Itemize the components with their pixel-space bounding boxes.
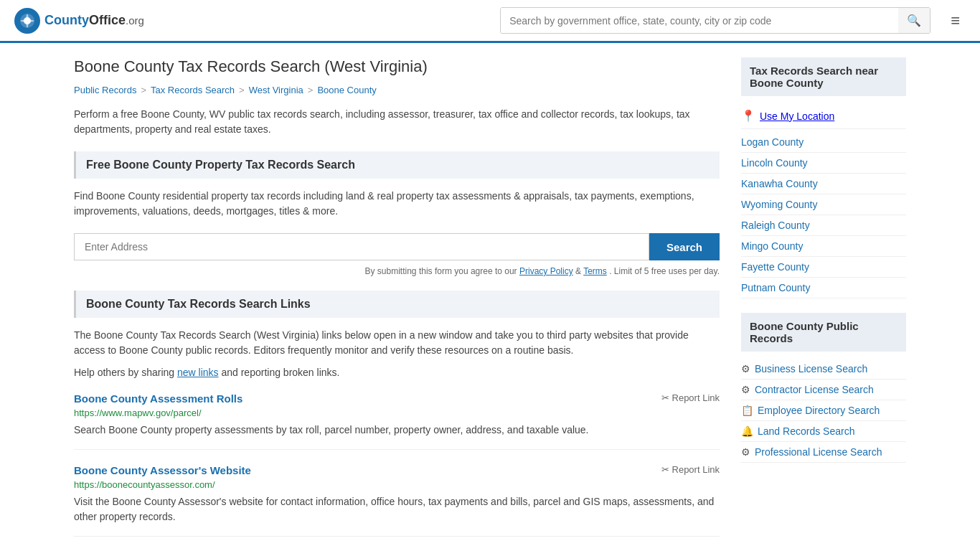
nearby-county-link-3[interactable]: Wyoming County	[741, 199, 817, 210]
nearby-counties-list: Logan County Lincoln County Kanawha Coun…	[741, 132, 906, 298]
nearby-county-2: Kanawha County	[741, 174, 906, 194]
sidebar: Tax Records Search near Boone County 📍 U…	[741, 57, 906, 551]
breadcrumb-tax-records-search[interactable]: Tax Records Search	[151, 85, 235, 95]
nearby-county-link-4[interactable]: Raleigh County	[741, 220, 810, 231]
location-icon: 📍	[741, 109, 755, 123]
book-icon-2: 📋	[741, 405, 753, 416]
new-links-link[interactable]: new links	[177, 367, 219, 378]
nearby-county-link-6[interactable]: Fayette County	[741, 261, 809, 273]
nearby-county-0: Logan County	[741, 132, 906, 153]
resource-item-0: Boone County Assessment Rolls ✂ Report L…	[74, 392, 720, 450]
breadcrumb-sep-3: >	[308, 85, 314, 95]
public-records-list: ⚙ Business License Search ⚙ Contractor L…	[741, 359, 906, 463]
gear-icon-4: ⚙	[741, 446, 750, 458]
nearby-county-link-1[interactable]: Lincoln County	[741, 157, 808, 169]
resource-title-1[interactable]: Boone County Assessor's Website	[74, 464, 251, 476]
public-record-link-3[interactable]: Land Records Search	[758, 425, 854, 437]
main-container: Boone County Tax Records Search (West Vi…	[60, 43, 920, 551]
search-icon: 🔍	[907, 14, 921, 27]
address-search-form: Search	[74, 233, 720, 260]
header: CountyOffice.org 🔍 ≡	[0, 0, 980, 43]
nearby-header: Tax Records Search near Boone County	[741, 57, 906, 96]
search-input[interactable]	[501, 8, 898, 33]
resource-url-0: https://www.mapwv.gov/parcel/	[74, 408, 720, 418]
resource-title-0[interactable]: Boone County Assessment Rolls	[74, 392, 242, 405]
nearby-county-4: Raleigh County	[741, 215, 906, 236]
links-description: The Boone County Tax Records Search (Wes…	[74, 328, 720, 358]
resource-desc-1: Visit the Boone County Assessor's websit…	[74, 494, 720, 524]
resource-header-0: Boone County Assessment Rolls ✂ Report L…	[74, 392, 720, 405]
nearby-county-link-7[interactable]: Putnam County	[741, 282, 811, 293]
resource-item-1: Boone County Assessor's Website ✂ Report…	[74, 464, 720, 537]
links-section-header: Boone County Tax Records Search Links	[74, 291, 720, 318]
resource-desc-0: Search Boone County property assessments…	[74, 423, 720, 438]
gear-icon-0: ⚙	[741, 363, 750, 375]
search-button[interactable]: 🔍	[898, 8, 930, 33]
public-record-link-0[interactable]: Business License Search	[755, 363, 867, 375]
nearby-county-link-5[interactable]: Mingo County	[741, 240, 803, 252]
logo[interactable]: CountyOffice.org	[14, 8, 144, 34]
nearby-county-7: Putnam County	[741, 278, 906, 298]
use-my-location-link[interactable]: Use My Location	[760, 110, 834, 122]
address-search-button[interactable]: Search	[649, 233, 720, 260]
public-record-4: ⚙ Professional License Search	[741, 442, 906, 463]
nearby-county-link-2[interactable]: Kanawha County	[741, 178, 818, 189]
breadcrumb-sep-2: >	[239, 85, 245, 95]
nearby-county-link-0[interactable]: Logan County	[741, 136, 804, 148]
breadcrumb-public-records[interactable]: Public Records	[74, 85, 136, 95]
public-record-link-2[interactable]: Employee Directory Search	[758, 405, 880, 416]
report-link-1[interactable]: ✂ Report Link	[661, 464, 720, 475]
address-input[interactable]	[74, 233, 649, 260]
public-record-3: 🔔 Land Records Search	[741, 421, 906, 442]
public-records-header: Boone County Public Records	[741, 313, 906, 352]
global-search[interactable]: 🔍	[500, 7, 930, 34]
use-my-location[interactable]: 📍 Use My Location	[741, 103, 906, 129]
report-icon-0: ✂	[661, 392, 669, 403]
content-area: Boone County Tax Records Search (West Vi…	[74, 57, 720, 551]
logo-text: CountyOffice.org	[44, 13, 144, 28]
terms-link[interactable]: Terms	[583, 266, 607, 276]
logo-icon	[14, 8, 40, 34]
nearby-county-6: Fayette County	[741, 257, 906, 278]
hamburger-menu[interactable]: ≡	[945, 9, 966, 33]
nearby-county-1: Lincoln County	[741, 153, 906, 174]
page-description: Perform a free Boone County, WV public t…	[74, 107, 720, 137]
breadcrumb-west-virginia[interactable]: West Virginia	[249, 85, 303, 95]
resource-header-1: Boone County Assessor's Website ✂ Report…	[74, 464, 720, 476]
links-help: Help others by sharing new links and rep…	[74, 367, 720, 378]
breadcrumb-sep-1: >	[141, 85, 146, 95]
nearby-county-5: Mingo County	[741, 236, 906, 257]
page-title: Boone County Tax Records Search (West Vi…	[74, 57, 720, 76]
public-record-0: ⚙ Business License Search	[741, 359, 906, 380]
gear-icon-1: ⚙	[741, 384, 750, 395]
breadcrumb-boone-county[interactable]: Boone County	[317, 85, 376, 95]
public-record-2: 📋 Employee Directory Search	[741, 400, 906, 421]
public-record-link-1[interactable]: Contractor License Search	[755, 384, 874, 395]
report-icon-1: ✂	[661, 464, 669, 475]
nearby-county-3: Wyoming County	[741, 194, 906, 215]
resource-url-1: https://boonecountyassessor.com/	[74, 479, 720, 490]
public-record-1: ⚙ Contractor License Search	[741, 380, 906, 400]
public-record-link-4[interactable]: Professional License Search	[755, 446, 882, 458]
breadcrumb: Public Records > Tax Records Search > We…	[74, 85, 720, 95]
hamburger-icon: ≡	[951, 11, 960, 29]
form-note: By submitting this form you agree to our…	[74, 266, 720, 276]
property-search-header: Free Boone County Property Tax Records S…	[74, 151, 720, 179]
property-search-description: Find Boone County residential property t…	[74, 189, 720, 219]
report-link-0[interactable]: ✂ Report Link	[661, 392, 720, 403]
privacy-policy-link[interactable]: Privacy Policy	[519, 266, 573, 276]
bell-icon-3: 🔔	[741, 425, 753, 437]
